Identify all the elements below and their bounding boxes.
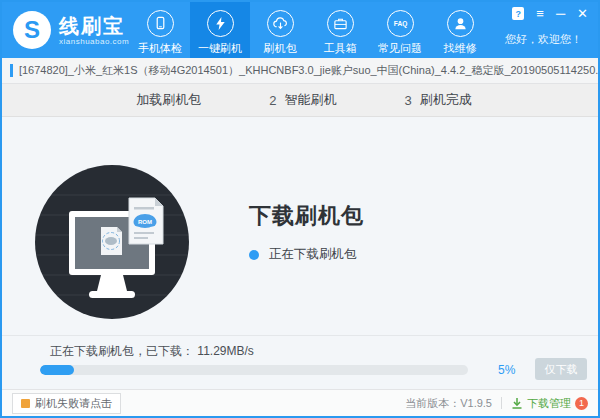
nav-label: 一键刷机 xyxy=(198,41,242,56)
rom-filename: [1674820]_小米_红米1S（移动4G2014501）_KHHCNBF3.… xyxy=(19,63,598,78)
step-number: 2 xyxy=(269,93,276,108)
progress-percent: 5% xyxy=(498,363,515,377)
flash-fail-button[interactable]: 刷机失败请点击 xyxy=(12,393,121,414)
progress-fill xyxy=(40,365,74,375)
step-smart-flash: 2 智能刷机 xyxy=(269,91,336,109)
footer-right: 当前版本：V1.9.5 下载管理 1 xyxy=(405,396,588,411)
repair-person-icon xyxy=(447,10,474,37)
logo-title: 线刷宝 xyxy=(59,15,129,37)
nav-item-toolbox[interactable]: 工具箱 xyxy=(310,2,370,58)
user-greeting: 您好，欢迎您！ xyxy=(505,32,582,47)
download-arrow-icon xyxy=(511,397,523,409)
toolbox-icon xyxy=(327,10,354,37)
version-text: 当前版本：V1.9.5 xyxy=(405,396,492,411)
progress-bar xyxy=(40,365,468,375)
status-dot-icon xyxy=(249,250,259,260)
download-speed: 11.29MB/s xyxy=(197,344,253,358)
file-on-screen xyxy=(101,227,122,255)
logo-text: 线刷宝 xianshuabao.com xyxy=(59,15,129,46)
nav-label: 常见问题 xyxy=(378,41,422,56)
status-row: 正在下载刷机包 xyxy=(249,246,364,263)
phone-check-icon xyxy=(147,10,174,37)
minimize-icon[interactable]: ─ xyxy=(556,7,565,20)
faq-icon: FAQ xyxy=(387,10,414,37)
step-flash-done: 3 刷机完成 xyxy=(405,91,472,109)
fail-hint-text: 刷机失败请点击 xyxy=(35,396,112,411)
download-count-badge: 1 xyxy=(575,397,588,410)
close-icon[interactable]: ✕ xyxy=(577,7,588,20)
nav-label: 手机体检 xyxy=(138,41,182,56)
svg-text:S: S xyxy=(24,16,40,43)
nav-item-phone-check[interactable]: 手机体检 xyxy=(130,2,190,58)
main-area: ROM 下载刷机包 正在下载刷机包 正在下载刷机包，已下载： 11.29MB/s… xyxy=(2,117,598,389)
header: S 线刷宝 xianshuabao.com 手机体检 一键刷机 xyxy=(2,2,598,58)
header-right: ? ≡ ─ ✕ 您好，欢迎您！ xyxy=(490,2,598,58)
menu-icon[interactable]: ≡ xyxy=(536,7,544,20)
divider xyxy=(501,397,502,409)
stage-title: 下载刷机包 xyxy=(249,201,364,231)
download-illustration: ROM xyxy=(35,165,189,319)
step-indicator: 加载刷机包 2 智能刷机 3 刷机完成 xyxy=(2,84,598,117)
nav-label: 刷机包 xyxy=(264,41,297,56)
nav-item-faq[interactable]: FAQ 常见问题 xyxy=(370,2,430,58)
cloud-download-icon xyxy=(267,10,294,37)
rom-file-icon: ROM xyxy=(129,198,163,244)
step-label: 刷机完成 xyxy=(420,91,472,109)
step-label: 加载刷机包 xyxy=(136,91,201,109)
fail-hint-icon xyxy=(21,399,30,408)
nav-label: 找维修 xyxy=(444,41,477,56)
app-window: S 线刷宝 xianshuabao.com 手机体检 一键刷机 xyxy=(0,0,600,418)
step-load-rom: 加载刷机包 xyxy=(128,91,201,109)
nav-item-repair[interactable]: 找维修 xyxy=(430,2,490,58)
stage-content: 下载刷机包 正在下载刷机包 xyxy=(249,201,364,263)
download-manager-label: 下载管理 xyxy=(527,396,571,411)
svg-text:FAQ: FAQ xyxy=(393,20,406,28)
monitor-stand xyxy=(97,275,127,291)
footer: 刷机失败请点击 当前版本：V1.9.5 下载管理 1 xyxy=(2,389,598,416)
main-nav: 手机体检 一键刷机 刷机包 工具箱 xyxy=(130,2,490,58)
step-label: 智能刷机 xyxy=(285,91,337,109)
progress-label: 正在下载刷机包，已下载： 11.29MB/s xyxy=(50,343,254,360)
app-logo: S 线刷宝 xianshuabao.com xyxy=(2,2,130,58)
help-icon[interactable]: ? xyxy=(512,7,524,20)
accent-bar xyxy=(10,64,13,77)
download-manager-button[interactable]: 下载管理 1 xyxy=(511,396,588,411)
logo-subtitle: xianshuabao.com xyxy=(59,37,129,46)
progress-label-text: 正在下载刷机包，已下载： xyxy=(50,344,194,358)
nav-label: 工具箱 xyxy=(324,41,357,56)
step-number: 3 xyxy=(405,93,412,108)
nav-item-one-key-flash[interactable]: 一键刷机 xyxy=(190,2,250,58)
logo-icon: S xyxy=(12,10,52,50)
progress-section: 正在下载刷机包，已下载： 11.29MB/s 5% 仅下载 xyxy=(2,335,598,389)
lightning-icon xyxy=(207,10,234,37)
status-text: 正在下载刷机包 xyxy=(269,246,357,263)
download-only-button[interactable]: 仅下载 xyxy=(535,358,587,380)
monitor-base xyxy=(89,291,135,298)
rom-file-bar: [1674820]_小米_红米1S（移动4G2014501）_KHHCNBF3.… xyxy=(2,58,598,84)
svg-text:ROM: ROM xyxy=(138,219,152,225)
window-controls: ? ≡ ─ ✕ xyxy=(512,7,588,20)
nav-item-rom-packages[interactable]: 刷机包 xyxy=(250,2,310,58)
